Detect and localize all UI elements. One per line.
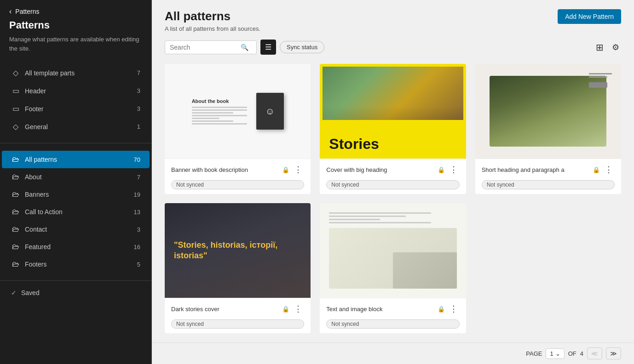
sidebar-item-footers[interactable]: 🗁 Footers 5 [2, 256, 150, 273]
grid-view-button[interactable]: ⊞ [594, 40, 605, 55]
line [192, 115, 247, 116]
nav-count: 1 [137, 123, 140, 130]
pattern-card: "Stories, historias, історії, istorias" … [165, 203, 311, 333]
sidebar-item-all-template-parts[interactable]: ◇ All template parts 7 [2, 64, 150, 82]
diamond-icon: ◇ [11, 68, 20, 77]
nav-count: 16 [134, 244, 140, 250]
header-icon: ▭ [11, 86, 20, 95]
divider [0, 280, 151, 281]
dark-quote-text: "Stories, historias, історії, istorias" [174, 240, 301, 262]
nav-label: Call to Action [25, 208, 134, 216]
line [192, 123, 247, 125]
search-box: 🔍 [165, 40, 257, 54]
first-page-button[interactable]: ≪ [587, 347, 602, 359]
preview-image [329, 228, 456, 289]
cta-preview [589, 82, 607, 88]
sidebar-item-about[interactable]: 🗁 About 7 [2, 168, 150, 186]
back-button[interactable]: ‹ Patterns [0, 0, 151, 19]
more-options-button[interactable]: ⋮ [603, 164, 615, 176]
sync-status-badge: Not synced [171, 180, 304, 189]
pattern-footer: Banner with book description 🔒 ⋮ [165, 159, 311, 180]
sidebar-item-featured[interactable]: 🗁 Featured 16 [2, 238, 150, 256]
sidebar-item-footer[interactable]: ▭ Footer 3 [2, 100, 150, 118]
main-header: All patterns A list of all patterns from… [152, 0, 634, 60]
pagination: PAGE 1 ⌄ OF 4 ≪ ≫ [526, 347, 621, 359]
more-options-button[interactable]: ⋮ [292, 303, 304, 315]
nav-label: Featured [25, 243, 134, 250]
folder-icon: 🗁 [11, 155, 20, 164]
sync-status-badge: Not synced [326, 180, 459, 189]
nav-count: 19 [134, 191, 140, 198]
lock-icon: 🔒 [438, 166, 445, 173]
filter-icon: ☰ [265, 43, 271, 51]
pattern-name: Cover with big heading [326, 166, 434, 173]
main-footer: PAGE 1 ⌄ OF 4 ≪ ≫ [152, 342, 634, 364]
pattern-card: Short heading and paragraph a 🔒 ⋮ Not sy… [475, 64, 621, 194]
more-options-button[interactable]: ⋮ [292, 164, 304, 176]
of-label: OF [568, 350, 576, 357]
nav-count: 7 [137, 174, 140, 181]
sidebar-item-saved[interactable]: ✓ Saved [2, 284, 150, 301]
line [192, 118, 219, 119]
pattern-preview [475, 64, 621, 159]
lock-icon: 🔒 [438, 306, 445, 313]
last-page-button[interactable]: ≫ [606, 347, 621, 359]
nav-label: About [25, 173, 137, 181]
folder-icon: 🗁 [11, 243, 20, 251]
sidebar-item-banners[interactable]: 🗁 Banners 19 [2, 186, 150, 203]
line [329, 216, 405, 217]
back-label: Patterns [15, 8, 39, 15]
line [329, 222, 431, 223]
sidebar-item-all-patterns[interactable]: 🗁 All patterns 70 [2, 151, 150, 168]
page-subtitle: A list of all patterns from all sources. [165, 25, 260, 32]
line [589, 76, 607, 78]
sidebar-description: Manage what patterns are available when … [0, 35, 151, 60]
sidebar-item-header[interactable]: ▭ Header 3 [2, 82, 150, 100]
sidebar-item-contact[interactable]: 🗁 Contact 3 [2, 221, 150, 238]
chevron-down-icon: ⌄ [555, 350, 560, 357]
filter-button[interactable]: ☰ [260, 40, 276, 55]
line [192, 120, 233, 122]
preview-inner: About the book ☺ [165, 64, 311, 159]
add-pattern-button[interactable]: Add New Pattern [558, 9, 621, 24]
pattern-card: Text and image block 🔒 ⋮ Not synced [320, 203, 466, 333]
nav-label: General [25, 123, 137, 131]
pattern-footer: Short heading and paragraph a 🔒 ⋮ [475, 159, 621, 180]
patterns-grid: About the book ☺ [152, 60, 634, 342]
page-label: PAGE [526, 350, 542, 357]
page-select[interactable]: 1 ⌄ [546, 348, 564, 359]
preview-text: About the book [192, 98, 247, 125]
nav-label: All template parts [25, 69, 137, 77]
pattern-footer: Text and image block 🔒 ⋮ [320, 298, 466, 319]
sidebar-item-call-to-action[interactable]: 🗁 Call to Action 13 [2, 203, 150, 221]
check-icon: ✓ [11, 289, 17, 296]
nav-label: Contact [25, 226, 137, 233]
saved-label: Saved [21, 289, 40, 296]
nav-label: Header [25, 87, 137, 95]
lock-icon: 🔒 [593, 166, 600, 173]
settings-button[interactable]: ⚙ [610, 40, 621, 54]
folder-icon: 🗁 [11, 225, 20, 233]
toolbar: 🔍 ☰ Sync status ⊞ ⚙ [165, 40, 621, 55]
footer-icon: ▭ [11, 104, 20, 113]
sync-status-button[interactable]: Sync status [280, 41, 324, 53]
nav-count: 3 [137, 87, 140, 94]
search-input[interactable] [170, 44, 239, 51]
preview-lines [192, 107, 247, 125]
nav-count: 5 [137, 261, 140, 268]
nav-count: 70 [134, 156, 140, 163]
sidebar-item-general[interactable]: ◇ General 1 [2, 118, 150, 136]
pattern-footer: Cover with big heading 🔒 ⋮ [320, 159, 466, 180]
nav-label: Banners [25, 191, 134, 198]
pattern-card: About the book ☺ [165, 64, 311, 194]
pattern-preview: "Stories, historias, історії, istorias" [165, 203, 311, 298]
sidebar: ‹ Patterns Patterns Manage what patterns… [0, 0, 152, 364]
stories-preview: Stories [323, 67, 463, 156]
plant-text-overlay [589, 73, 612, 88]
pattern-name: Banner with book description [171, 166, 279, 173]
small-image [393, 252, 457, 289]
pattern-name: Dark stories cover [171, 306, 279, 313]
preview-book-image: ☺ [256, 93, 284, 130]
more-options-button[interactable]: ⋮ [448, 164, 460, 176]
more-options-button[interactable]: ⋮ [448, 303, 460, 315]
